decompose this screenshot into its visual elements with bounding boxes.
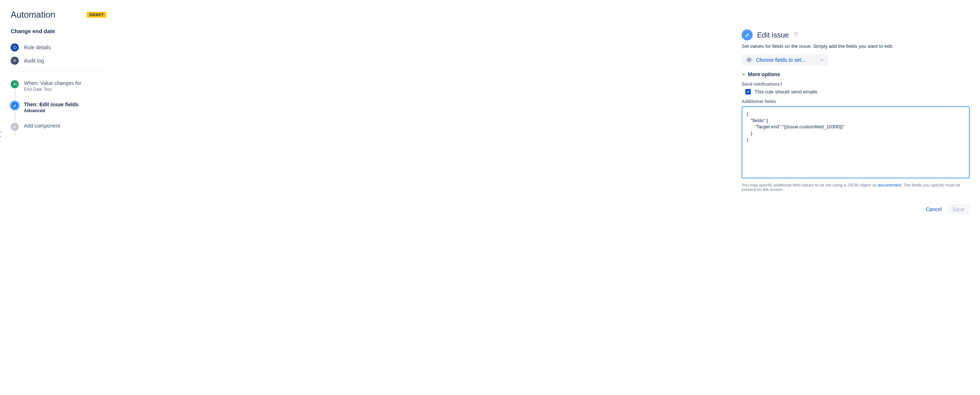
notifications-label: Send notifications? xyxy=(741,82,970,87)
cancel-button[interactable]: Cancel xyxy=(921,204,946,214)
info-icon xyxy=(11,43,19,51)
nav-audit-log[interactable]: Audit log xyxy=(11,54,117,67)
more-options-toggle[interactable]: More options xyxy=(741,71,970,77)
choose-fields-button[interactable]: Choose fields to set... xyxy=(741,54,829,65)
more-options-label: More options xyxy=(748,71,780,77)
list-icon xyxy=(11,57,19,65)
chevron-down-icon xyxy=(819,58,824,62)
pencil-icon xyxy=(11,102,19,109)
trigger-title: When: Value changes for xyxy=(24,80,81,86)
nav-audit-log-label: Audit log xyxy=(24,58,44,63)
choose-fields-label: Choose fields to set... xyxy=(756,57,806,63)
nav-rule-details-label: Rule details xyxy=(24,44,51,51)
trigger-step[interactable]: When: Value changes for End Date Test xyxy=(11,79,117,100)
svg-rect-4 xyxy=(14,61,16,61)
plus-icon xyxy=(11,123,19,131)
add-component-label: Add component xyxy=(24,123,60,129)
action-title: Then: Edit issue fields xyxy=(24,102,79,107)
trigger-sub: End Date Test xyxy=(24,87,81,92)
divider xyxy=(11,72,106,72)
help-text-before: You may specify additional field values … xyxy=(741,183,878,187)
additional-fields-help: You may specify additional field values … xyxy=(741,183,970,192)
pencil-icon xyxy=(741,29,752,40)
svg-point-6 xyxy=(748,59,750,61)
action-sub: Advanced xyxy=(24,108,79,113)
additional-fields-label: Additional fields xyxy=(741,99,970,104)
save-button: Save xyxy=(948,204,970,214)
gear-icon xyxy=(746,57,752,63)
check-icon xyxy=(746,90,750,94)
action-step[interactable]: Then: Edit issue fields Advanced xyxy=(11,100,117,121)
svg-rect-5 xyxy=(14,62,16,62)
panel-description: Set values for fields on the issue. Simp… xyxy=(741,43,970,49)
rule-name: Change end date xyxy=(11,28,117,34)
additional-fields-textarea[interactable] xyxy=(741,106,970,178)
add-component-step[interactable]: Add component xyxy=(11,121,117,139)
svg-rect-2 xyxy=(15,46,15,47)
svg-rect-1 xyxy=(15,47,15,49)
back-chevron-icon[interactable] xyxy=(0,128,4,142)
chevron-down-icon xyxy=(741,73,746,76)
trash-icon[interactable] xyxy=(794,32,799,38)
nav-rule-details[interactable]: Rule details xyxy=(11,41,117,54)
notifications-checkbox[interactable] xyxy=(745,89,751,95)
panel-title: Edit issue xyxy=(757,31,789,40)
page-title: Automation xyxy=(11,10,55,20)
trigger-icon xyxy=(11,80,19,88)
svg-rect-3 xyxy=(14,60,16,60)
notifications-checkbox-label: This rule should send emails xyxy=(754,89,818,95)
status-badge: DRAFT xyxy=(87,12,106,17)
documented-link[interactable]: documented xyxy=(878,183,901,187)
